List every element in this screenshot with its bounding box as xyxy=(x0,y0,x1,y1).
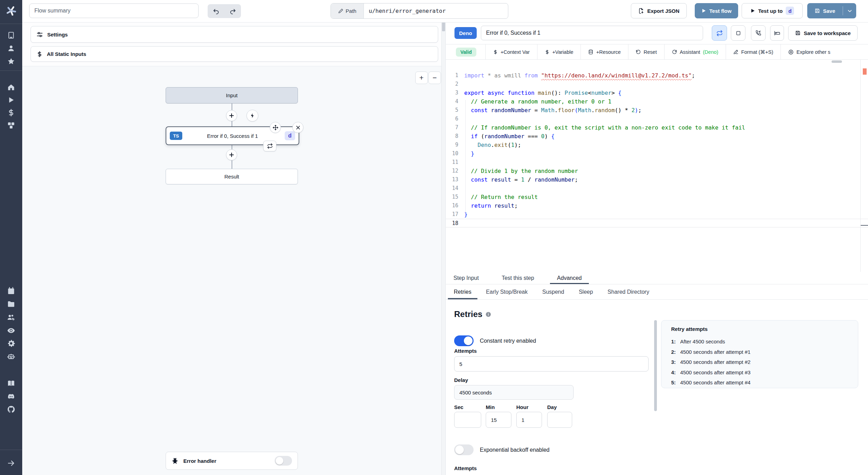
cursor-position-marker xyxy=(861,225,868,226)
settings-gear-icon[interactable] xyxy=(7,339,15,348)
discord-icon[interactable] xyxy=(7,392,15,401)
schedules-calendar-icon[interactable] xyxy=(7,287,15,295)
exponential-backoff-toggle[interactable] xyxy=(454,444,474,455)
code-line[interactable]: 14 xyxy=(446,184,868,193)
retry-indicator-button[interactable] xyxy=(263,141,276,151)
reset-button[interactable]: Reset xyxy=(628,44,664,60)
format-button[interactable]: Format (⌘+S) xyxy=(726,44,781,60)
code-line[interactable]: 6 xyxy=(446,115,868,123)
save-dropdown-button[interactable] xyxy=(843,8,856,14)
tab-test-this-step[interactable]: Test this step xyxy=(495,272,541,284)
code-line[interactable]: 11 xyxy=(446,158,868,167)
trigger-bolt-button[interactable] xyxy=(247,110,258,122)
day-input[interactable] xyxy=(547,412,572,428)
code-line[interactable]: 7 // If randomNumber is 0, exit the scri… xyxy=(446,123,868,132)
result-node[interactable]: Result xyxy=(166,169,298,184)
groups-users-icon[interactable] xyxy=(7,313,15,322)
save-button[interactable]: Save xyxy=(807,8,843,14)
resources-cubes-icon[interactable] xyxy=(7,121,15,130)
flow-settings-row[interactable]: Settings xyxy=(31,26,438,43)
user-icon[interactable] xyxy=(7,44,15,52)
undo-button[interactable] xyxy=(209,6,223,17)
windmill-logo-icon[interactable] xyxy=(5,5,17,17)
test-up-to-button[interactable]: Test up to d xyxy=(742,3,803,18)
flow-graph-canvas[interactable]: + − Input TS Error if 0, Success if 1 d xyxy=(22,66,441,475)
code-line[interactable]: 10 } xyxy=(446,149,868,158)
flow-summary-input[interactable] xyxy=(29,3,199,18)
attempts-input[interactable] xyxy=(454,356,649,372)
code-line[interactable]: 3export async function main(): Promise<n… xyxy=(446,89,868,97)
zoom-in-button[interactable]: + xyxy=(415,72,428,84)
sec-label: Sec xyxy=(454,404,464,410)
explore-scripts-button[interactable]: Explore other s xyxy=(781,44,838,60)
subtab-suspend[interactable]: Suspend xyxy=(536,284,570,299)
code-line[interactable]: 13 const result = 1 / randomNumber; xyxy=(446,175,868,184)
workers-robot-icon[interactable] xyxy=(7,352,15,360)
variables-dollar-icon[interactable] xyxy=(7,109,15,117)
info-icon[interactable] xyxy=(485,311,491,317)
add-resource-button[interactable]: +Resource xyxy=(581,44,628,60)
test-flow-button[interactable]: Test flow xyxy=(695,3,738,18)
expand-sidebar-arrow-icon[interactable] xyxy=(7,459,15,467)
workspace-building-icon[interactable] xyxy=(7,31,15,39)
save-to-workspace-button[interactable]: Save to workspace xyxy=(788,25,858,41)
path-value[interactable]: u/henri/error_generator xyxy=(364,3,508,18)
early-stop-indicator-button[interactable] xyxy=(731,25,745,41)
panel-resize-handle[interactable] xyxy=(442,22,445,31)
zoom-out-button[interactable]: − xyxy=(428,72,441,84)
content-scrollbar-thumb[interactable] xyxy=(654,320,657,411)
code-line[interactable]: 4 // Generate a random number, either 0 … xyxy=(446,97,868,106)
subtab-sleep[interactable]: Sleep xyxy=(573,284,599,299)
subtab-early-stop[interactable]: Early Stop/Break xyxy=(480,284,534,299)
hour-input[interactable] xyxy=(516,412,542,428)
runs-play-icon[interactable] xyxy=(7,96,15,104)
test-up-to-step-badge: d xyxy=(786,7,794,15)
subtab-shared-directory[interactable]: Shared Directory xyxy=(602,284,655,299)
error-handler-row[interactable]: Error handler xyxy=(166,452,298,470)
retries-indicator-button[interactable] xyxy=(712,25,727,41)
code-line[interactable]: 12 // Divide 1 by the random number xyxy=(446,167,868,175)
code-line[interactable]: 15 // Return the result xyxy=(446,193,868,201)
export-json-button[interactable]: Export JSON xyxy=(631,3,687,18)
step-name-input[interactable] xyxy=(481,26,703,40)
save-button-group: Save xyxy=(807,3,856,18)
code-line[interactable]: 2 xyxy=(446,80,868,89)
assistant-button[interactable]: Assistant (Deno) xyxy=(664,44,726,60)
sec-input[interactable] xyxy=(454,412,481,428)
constant-retry-toggle[interactable] xyxy=(454,335,474,346)
home-icon[interactable] xyxy=(7,83,15,91)
error-handler-toggle[interactable] xyxy=(275,456,292,466)
docs-book-icon[interactable] xyxy=(7,379,15,388)
redo-button[interactable] xyxy=(226,6,240,17)
add-context-var-button[interactable]: +Context Var xyxy=(485,44,537,60)
code-line[interactable]: 1import * as wmill from "https://deno.la… xyxy=(446,71,868,80)
delay-input[interactable] xyxy=(454,385,574,400)
sleep-indicator-button[interactable] xyxy=(770,25,784,41)
code-line[interactable]: 8 if (randomNumber === 0) { xyxy=(446,132,868,141)
add-variable-button[interactable]: +Variable xyxy=(537,44,581,60)
panel-resize-divider[interactable] xyxy=(441,22,446,475)
all-static-inputs-row[interactable]: All Static Inputs xyxy=(31,46,438,62)
code-line[interactable]: 17} xyxy=(446,210,868,219)
toolbar-scrollbar-thumb[interactable] xyxy=(832,60,842,63)
min-input[interactable] xyxy=(486,412,511,428)
path-field[interactable]: Path u/henri/error_generator xyxy=(331,3,508,19)
github-icon[interactable] xyxy=(7,405,15,414)
code-line[interactable]: 9 Deno.exit(1); xyxy=(446,141,868,149)
move-step-button[interactable] xyxy=(270,122,281,133)
delete-step-button[interactable] xyxy=(292,122,303,133)
insert-step-button[interactable] xyxy=(226,110,237,121)
audit-eye-icon[interactable] xyxy=(7,326,15,335)
suspend-indicator-button[interactable] xyxy=(751,25,766,41)
folders-icon[interactable] xyxy=(7,300,15,308)
favorites-star-icon[interactable] xyxy=(7,57,15,65)
code-line[interactable]: 5 const randomNumber = Math.floor(Math.r… xyxy=(446,106,868,115)
tab-step-input[interactable]: Step Input xyxy=(446,272,486,284)
tab-advanced[interactable]: Advanced xyxy=(550,272,589,284)
input-node[interactable]: Input xyxy=(166,87,298,103)
code-line[interactable]: 16 return result; xyxy=(446,201,868,210)
subtab-retries[interactable]: Retries xyxy=(448,284,477,299)
code-editor[interactable]: 1import * as wmill from "https://deno.la… xyxy=(446,60,868,272)
code-line[interactable]: 18 xyxy=(446,219,868,227)
insert-step-button[interactable] xyxy=(226,149,237,160)
